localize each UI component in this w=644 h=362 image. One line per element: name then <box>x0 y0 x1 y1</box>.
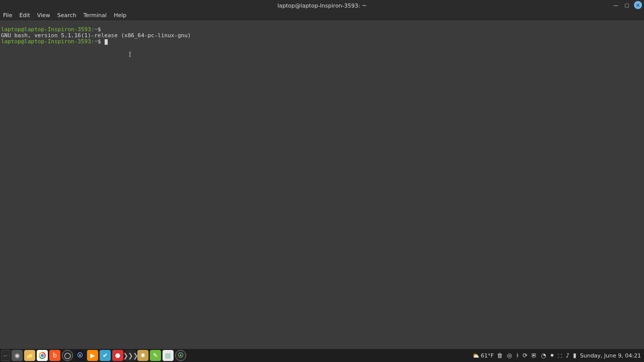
terminal-cursor <box>105 39 108 45</box>
video-editor-icon[interactable]: ❯❯❯ <box>125 350 136 361</box>
menu-search[interactable]: Search <box>57 12 76 19</box>
bluetooth-icon[interactable]: ᚼ <box>516 352 519 359</box>
system-monitor-icon[interactable]: ◉ <box>12 350 23 361</box>
menu-file[interactable]: File <box>3 12 12 19</box>
tray-icon-8[interactable]: ⚫ <box>549 352 554 359</box>
trash-icon[interactable]: 🗑 <box>497 352 503 359</box>
clock-applet[interactable]: Sunday, June 9, 04:21 <box>580 352 641 359</box>
weather-applet[interactable]: ⛅ 61°F <box>472 352 494 359</box>
menu-edit[interactable]: Edit <box>19 12 30 19</box>
steam-icon[interactable]: ⦿ <box>74 350 86 361</box>
show-desktop-button[interactable]: ⌐ <box>1 350 10 361</box>
settings-icon[interactable]: ✹ <box>137 350 148 361</box>
app-icon-12[interactable]: ✎ <box>150 350 161 361</box>
app-icon-5[interactable]: ◯ <box>62 350 73 361</box>
weather-temperature: 61°F <box>481 352 494 359</box>
menu-help[interactable]: Help <box>114 12 126 19</box>
chrome-icon[interactable] <box>37 350 48 361</box>
media-player-icon[interactable]: ▶ <box>87 350 98 361</box>
firewall-icon[interactable]: ◔ <box>541 352 546 359</box>
weather-icon: ⛅ <box>472 352 479 359</box>
menu-view[interactable]: View <box>37 12 50 19</box>
close-button[interactable]: ✕ <box>634 1 642 9</box>
window-controls: — ▢ ✕ <box>612 1 642 9</box>
taskbar: ⌐ ◉ 📁 b ◯ ⦿ ▶ ✔ ⬣ ❯❯❯ ✹ ✎ ▤ ⦿ ⛅ 61°F 🗑 ◎… <box>0 349 644 362</box>
app-icon-8[interactable]: ✔ <box>100 350 111 361</box>
menu-terminal[interactable]: Terminal <box>84 12 107 19</box>
prompt-user-2: laptop@laptop-Inspiron-3593 <box>1 38 91 45</box>
shield-icon[interactable]: ⛨ <box>531 352 537 359</box>
terminal-area[interactable]: laptop@laptop-Inspiron-3593:~$ GNU bash,… <box>0 20 644 349</box>
text-cursor-ibeam-icon: I <box>129 51 133 58</box>
network-icon[interactable]: ⸬ <box>558 352 562 359</box>
minimize-button[interactable]: — <box>612 1 620 9</box>
window-titlebar: laptop@laptop-Inspiron-3593: ~ — ▢ ✕ <box>0 0 644 11</box>
battery-icon[interactable]: ▮ <box>573 352 577 359</box>
window-title: laptop@laptop-Inspiron-3593: ~ <box>0 3 644 9</box>
file-manager-icon[interactable]: 📁 <box>24 350 35 361</box>
prompt-symbol-2: $ <box>98 38 101 45</box>
audio-icon[interactable]: ♪ <box>566 352 570 359</box>
mint-menu-icon[interactable]: ⦿ <box>175 350 186 361</box>
taskbar-left: ⌐ ◉ 📁 b ◯ ⦿ ▶ ✔ ⬣ ❯❯❯ ✹ ✎ ▤ ⦿ <box>0 350 186 361</box>
brave-icon[interactable]: b <box>49 350 60 361</box>
taskbar-right: ⛅ 61°F 🗑 ◎ ᚼ ⟳ ⛨ ◔ ⚫ ⸬ ♪ ▮ Sunday, June … <box>472 352 641 359</box>
obs-tray-icon[interactable]: ◎ <box>507 352 512 359</box>
maximize-button[interactable]: ▢ <box>623 1 631 9</box>
text-editor-icon[interactable]: ▤ <box>163 350 174 361</box>
app-icon-9[interactable]: ⬣ <box>112 350 123 361</box>
updates-icon[interactable]: ⟳ <box>523 352 528 359</box>
menu-bar: File Edit View Search Terminal Help <box>0 11 644 20</box>
